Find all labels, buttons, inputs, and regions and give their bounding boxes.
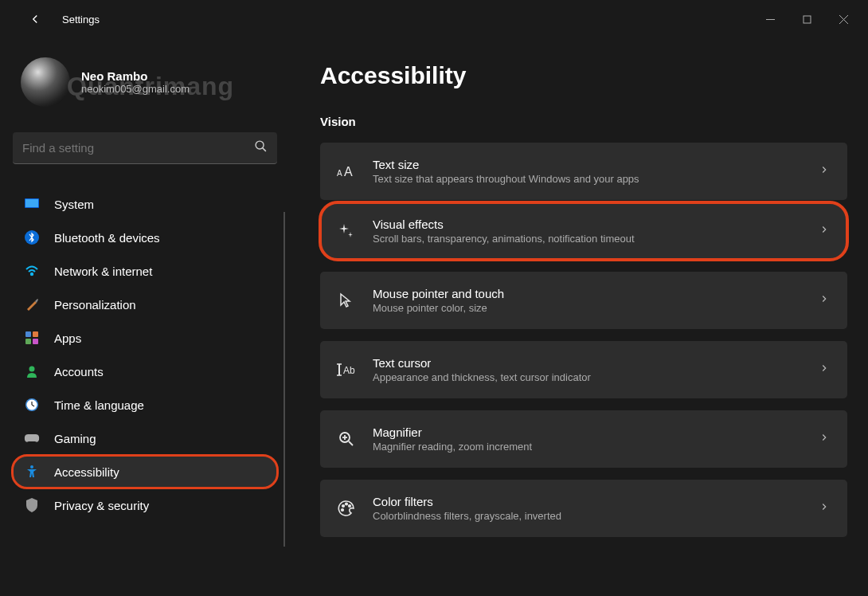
maximize-button[interactable] (788, 6, 825, 32)
card-title: Visual effects (373, 218, 803, 231)
window-controls (752, 6, 862, 32)
card-text-size[interactable]: AA Text size Text size that appears thro… (320, 143, 847, 200)
svg-text:A: A (344, 165, 353, 178)
card-mouse-pointer[interactable]: Mouse pointer and touch Mouse pointer co… (320, 272, 847, 329)
search-input[interactable] (22, 141, 254, 155)
sidebar-item-label: Bluetooth & devices (54, 231, 160, 245)
monitor-icon (24, 196, 40, 212)
card-subtitle: Colorblindness filters, grayscale, inver… (373, 510, 803, 522)
sidebar-item-privacy[interactable]: Privacy & security (13, 489, 277, 521)
nav: System Bluetooth & devices Network & int… (13, 188, 277, 521)
card-subtitle: Magnifier reading, zoom increment (373, 441, 803, 453)
sidebar-item-label: Accounts (54, 365, 104, 378)
chevron-right-icon (819, 501, 830, 516)
clock-icon (24, 397, 40, 413)
svg-point-4 (256, 141, 264, 149)
svg-text:Ab: Ab (343, 365, 355, 376)
palette-icon (336, 500, 357, 517)
user-name: Neo Rambo (81, 69, 190, 83)
svg-point-19 (30, 465, 33, 469)
person-icon (24, 363, 40, 379)
card-subtitle: Text size that appears throughout Window… (373, 173, 803, 185)
user-email: neokim005@gmail.com (81, 83, 190, 95)
arrow-left-icon (28, 12, 42, 26)
content: Accessibility Vision AA Text size Text s… (287, 38, 868, 596)
sidebar-item-time[interactable]: Time & language (13, 389, 277, 421)
svg-point-14 (29, 367, 35, 372)
sidebar: Quantrimang Neo Rambo neokim005@gmail.co… (0, 38, 287, 596)
svg-rect-10 (25, 331, 31, 337)
chevron-right-icon (819, 293, 830, 308)
card-title: Mouse pointer and touch (373, 287, 803, 300)
bluetooth-icon (24, 229, 40, 245)
svg-rect-13 (33, 339, 38, 344)
sidebar-scrollbar[interactable] (283, 212, 285, 547)
card-title: Text size (373, 158, 803, 171)
card-subtitle: Scroll bars, transparency, animations, n… (373, 233, 803, 245)
sidebar-item-label: System (54, 198, 94, 211)
svg-point-9 (31, 273, 33, 275)
chevron-right-icon (819, 224, 830, 238)
shield-icon (24, 497, 40, 513)
sidebar-item-gaming[interactable]: Gaming (13, 422, 277, 454)
sidebar-item-label: Network & internet (54, 265, 152, 278)
avatar (21, 57, 70, 107)
apps-icon (24, 330, 40, 346)
svg-point-32 (349, 505, 351, 508)
accessibility-icon (24, 464, 40, 480)
svg-rect-12 (25, 339, 31, 344)
svg-line-5 (263, 148, 266, 151)
user-profile[interactable]: Neo Rambo neokim005@gmail.com (13, 51, 277, 113)
page-title: Accessibility (320, 62, 847, 89)
svg-point-31 (346, 503, 348, 505)
text-cursor-icon: Ab (336, 363, 357, 377)
chevron-right-icon (819, 363, 830, 377)
brush-icon (24, 296, 40, 312)
card-title: Color filters (373, 495, 803, 508)
sidebar-item-label: Gaming (54, 432, 96, 445)
minimize-button[interactable] (752, 6, 788, 32)
titlebar: Settings (0, 0, 868, 38)
search-icon (254, 139, 268, 156)
search-box[interactable] (13, 132, 277, 164)
card-color-filters[interactable]: Color filters Colorblindness filters, gr… (320, 480, 847, 537)
sidebar-item-network[interactable]: Network & internet (13, 255, 277, 287)
card-magnifier[interactable]: Magnifier Magnifier reading, zoom increm… (320, 410, 847, 468)
text-size-icon: AA (336, 164, 357, 178)
sidebar-item-accounts[interactable]: Accounts (13, 355, 277, 387)
window-title: Settings (62, 14, 100, 25)
card-title: Magnifier (373, 425, 803, 439)
wifi-icon (24, 263, 40, 279)
sidebar-item-label: Time & language (54, 398, 144, 412)
sidebar-item-label: Privacy & security (54, 499, 149, 512)
card-subtitle: Appearance and thickness, text cursor in… (373, 371, 803, 383)
section-heading: Vision (320, 115, 847, 128)
svg-rect-11 (33, 331, 38, 337)
sidebar-item-label: Accessibility (54, 465, 119, 479)
card-title: Text cursor (373, 356, 803, 370)
sidebar-item-label: Apps (54, 331, 81, 345)
svg-rect-7 (25, 199, 38, 207)
sidebar-item-apps[interactable]: Apps (13, 322, 277, 354)
sparkle-icon (336, 222, 357, 240)
card-text-cursor[interactable]: Ab Text cursor Appearance and thickness,… (320, 341, 847, 398)
svg-point-30 (342, 505, 345, 508)
svg-rect-1 (803, 16, 811, 23)
chevron-right-icon (819, 164, 830, 178)
svg-point-33 (342, 509, 344, 512)
card-subtitle: Mouse pointer color, size (373, 302, 803, 314)
sidebar-item-label: Personalization (54, 298, 136, 312)
sidebar-item-system[interactable]: System (13, 188, 277, 220)
back-button[interactable] (19, 3, 51, 35)
gamepad-icon (24, 430, 40, 446)
chevron-right-icon (819, 432, 830, 446)
svg-text:A: A (337, 169, 342, 178)
svg-line-27 (349, 441, 353, 445)
sidebar-item-accessibility[interactable]: Accessibility (13, 456, 277, 488)
cursor-icon (336, 292, 357, 309)
card-visual-effects[interactable]: Visual effects Scroll bars, transparency… (320, 202, 847, 260)
close-button[interactable] (825, 6, 862, 32)
sidebar-item-personalization[interactable]: Personalization (13, 288, 277, 320)
magnifier-icon (336, 430, 357, 448)
sidebar-item-bluetooth[interactable]: Bluetooth & devices (13, 222, 277, 253)
